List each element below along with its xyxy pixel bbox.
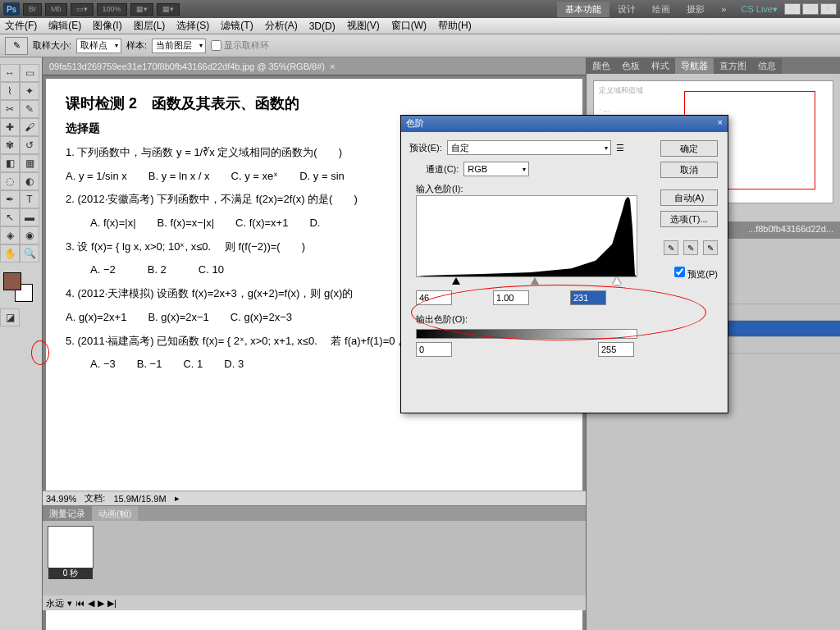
zoom-display[interactable]: 100% — [97, 3, 127, 16]
play-btn[interactable]: ▶ — [98, 598, 104, 609]
animation-panel: 测量记录 动画(帧) — [43, 505, 586, 596]
options-button[interactable]: 选项(T)... — [660, 211, 718, 227]
lasso-tool[interactable]: ⌇ — [0, 82, 20, 100]
input-sliders[interactable] — [416, 277, 637, 287]
shape-tool[interactable]: ▬ — [20, 208, 39, 226]
bridge-btn[interactable]: Br — [23, 3, 42, 16]
preset-dropdown[interactable]: 自定 — [447, 140, 611, 155]
tab-animation[interactable]: 动画(帧) — [92, 506, 138, 521]
eyedropper-tool[interactable]: ✎ — [20, 100, 39, 118]
gradient-tool[interactable]: ▦ — [20, 154, 39, 172]
screen-mode-btn[interactable]: ▭▾ — [71, 3, 94, 16]
marquee-tool[interactable]: ▭ — [20, 64, 39, 82]
prev-btn[interactable]: ◀ — [88, 598, 94, 609]
ok-button[interactable]: 确定 — [660, 140, 718, 157]
menu-window[interactable]: 窗口(W) — [391, 19, 427, 33]
input-black-field[interactable] — [416, 290, 452, 305]
max-btn[interactable]: ☐ — [802, 3, 819, 15]
workspace-design[interactable]: 设计 — [609, 2, 644, 17]
hand-tool[interactable]: ✋ — [0, 244, 20, 262]
blur-tool[interactable]: ◌ — [0, 172, 20, 190]
current-tool-icon[interactable]: ✎ — [5, 37, 28, 55]
sample-size-dropdown[interactable]: 取样点 — [76, 39, 121, 53]
menu-filter[interactable]: 滤镜(T) — [221, 19, 253, 33]
stamp-tool[interactable]: ✾ — [0, 136, 20, 154]
tab-style[interactable]: 样式 — [646, 58, 675, 74]
loop-forever[interactable]: 永远 — [46, 597, 64, 609]
pen-tool[interactable]: ✒ — [0, 190, 20, 208]
path-tool[interactable]: ↖ — [0, 208, 20, 226]
zoom-readout[interactable]: 34.99% — [46, 494, 76, 504]
levels-dialog: 色阶× 预设(E):自定☰ 确定 取消 自动(A) 选项(T)... ✎ ✎ ✎… — [400, 115, 728, 413]
history-brush-tool[interactable]: ↺ — [20, 136, 39, 154]
tab-histogram[interactable]: 直方图 — [714, 58, 752, 74]
wand-tool[interactable]: ✦ — [20, 82, 39, 100]
sample-ring-checkbox[interactable]: 显示取样环 — [211, 39, 269, 52]
menu-image[interactable]: 图像(I) — [93, 19, 121, 33]
black-eyedropper[interactable]: ✎ — [664, 240, 678, 255]
menu-layer[interactable]: 图层(L) — [134, 19, 166, 33]
sample-layer-dropdown[interactable]: 当前图层 — [152, 39, 206, 53]
histogram — [416, 195, 637, 277]
gamma-slider[interactable] — [531, 277, 539, 285]
type-tool[interactable]: T — [20, 190, 39, 208]
preset-menu-icon[interactable]: ☰ — [616, 143, 624, 153]
output-gradient[interactable] — [416, 329, 637, 339]
ps-icon: Ps — [3, 2, 20, 16]
menu-view[interactable]: 视图(V) — [347, 19, 380, 33]
menu-file[interactable]: 文件(F) — [5, 19, 37, 33]
dodge-tool[interactable]: ◐ — [20, 172, 39, 190]
close-btn[interactable]: ✕ — [820, 3, 837, 15]
white-slider[interactable] — [613, 277, 621, 285]
preview-checkbox[interactable]: 预览(P) — [674, 267, 718, 281]
workspace-photo[interactable]: 摄影 — [678, 2, 713, 17]
output-black-field[interactable] — [416, 342, 452, 357]
gray-eyedropper[interactable]: ✎ — [683, 240, 698, 255]
output-white-field[interactable] — [598, 342, 634, 357]
menu-select[interactable]: 选择(S) — [176, 19, 209, 33]
min-btn[interactable]: — — [784, 3, 801, 15]
tab-measure[interactable]: 测量记录 — [43, 506, 92, 521]
workspace-painting[interactable]: 绘画 — [644, 2, 678, 17]
doc-close-icon[interactable]: × — [330, 62, 335, 71]
menu-3d[interactable]: 3D(D) — [309, 21, 336, 32]
white-eyedropper[interactable]: ✎ — [703, 240, 718, 255]
quickmask-tool[interactable]: ◪ — [0, 308, 20, 326]
tab-swatch[interactable]: 色板 — [616, 58, 646, 74]
dialog-close-icon[interactable]: × — [718, 117, 723, 130]
eraser-tool[interactable]: ◧ — [0, 154, 20, 172]
dialog-title: 色阶 — [406, 117, 424, 130]
arrange-btn[interactable]: ▦▾ — [130, 3, 153, 16]
minibridge-btn[interactable]: Mb — [45, 3, 67, 16]
input-gamma-field[interactable] — [493, 290, 529, 305]
brush-tool[interactable]: 🖌 — [20, 118, 39, 136]
zoom-tool[interactable]: 🔍 — [20, 244, 39, 262]
options-bar: ✎ 取样大小: 取样点 样本: 当前图层 显示取样环 — [0, 34, 840, 57]
tab-navigator[interactable]: 导航器 — [675, 58, 714, 74]
frame-thumb[interactable] — [48, 526, 94, 568]
3d-tool[interactable]: ◈ — [0, 226, 20, 244]
crop-tool[interactable]: ✂ — [0, 100, 20, 118]
menu-help[interactable]: 帮助(H) — [438, 19, 472, 33]
cancel-button[interactable]: 取消 — [660, 162, 718, 178]
heal-tool[interactable]: ✚ — [0, 118, 20, 136]
color-swatch[interactable] — [3, 272, 33, 302]
menu-edit[interactable]: 编辑(E) — [48, 19, 81, 33]
move-tool[interactable]: ↔ — [0, 64, 20, 82]
rewind-btn[interactable]: ⏮ — [75, 598, 84, 608]
3d-cam-tool[interactable]: ◉ — [20, 226, 39, 244]
input-white-field[interactable] — [570, 290, 606, 305]
next-btn[interactable]: ▶| — [107, 598, 116, 609]
cslive-btn[interactable]: CS Live▾ — [741, 4, 778, 15]
auto-button[interactable]: 自动(A) — [660, 189, 718, 206]
workspace-more[interactable]: » — [713, 2, 734, 16]
page-title: 课时检测 2 函数及其表示、函数的 — [66, 94, 563, 113]
channel-dropdown[interactable]: RGB — [463, 162, 529, 176]
tab-info[interactable]: 信息 — [752, 58, 782, 74]
workspace-essentials[interactable]: 基本功能 — [557, 2, 609, 17]
extras-btn[interactable]: ▦▾ — [157, 3, 180, 16]
tab-color[interactable]: 颜色 — [587, 58, 616, 74]
black-slider[interactable] — [452, 277, 460, 285]
document-tab[interactable]: 09fa513d269759ee31e170f8b0fb43166d22df4b… — [43, 57, 586, 75]
menu-analysis[interactable]: 分析(A) — [265, 19, 298, 33]
